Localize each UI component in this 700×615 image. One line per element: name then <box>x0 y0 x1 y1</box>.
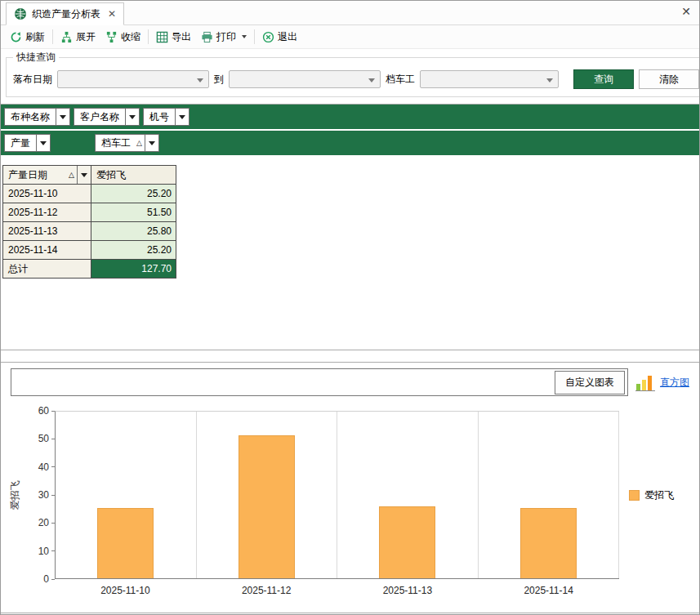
toolbar-separator <box>148 29 149 44</box>
category-slot <box>197 412 338 578</box>
toolbar-separator <box>254 29 255 44</box>
y-tick: 50 <box>38 433 55 444</box>
exit-button[interactable]: 退出 <box>257 28 302 47</box>
chart-plot <box>55 411 619 579</box>
dropdown-icon[interactable] <box>77 166 91 184</box>
filter-field-machine-no[interactable]: 机号 <box>143 108 189 126</box>
y-tick: 30 <box>38 489 55 501</box>
dropdown-icon[interactable] <box>145 135 158 151</box>
pivot-date-cell: 2025-11-14 <box>3 241 91 260</box>
pivot-value-cell: 25.80 <box>91 222 176 241</box>
collapse-button[interactable]: 收缩 <box>100 28 145 47</box>
filter-field-fabric-type[interactable]: 布种名称 <box>4 108 70 126</box>
pivot-value-cell: 51.50 <box>91 203 176 222</box>
pivot-grid: 布种名称 客户名称 机号 产量 档车工 △ <box>1 104 699 350</box>
sort-asc-icon: △ <box>66 166 77 184</box>
y-tick: 10 <box>38 546 55 557</box>
to-label: 到 <box>214 73 224 87</box>
chart-toolbar: 自定义图表 直方图 <box>11 368 689 396</box>
category-slot <box>56 412 197 578</box>
y-tick: 40 <box>38 461 55 473</box>
export-button[interactable]: 导出 <box>151 28 196 47</box>
dropdown-icon[interactable] <box>56 109 69 125</box>
refresh-icon <box>10 31 22 43</box>
table-row: 2025-11-12 51.50 <box>3 203 176 222</box>
pivot-date-cell: 2025-11-13 <box>3 222 91 241</box>
expand-icon <box>60 31 73 43</box>
table-row: 2025-11-14 25.20 <box>3 241 176 260</box>
y-axis-title: 爱招飞 <box>7 411 22 579</box>
toolbar-separator <box>52 29 53 44</box>
operator-combo[interactable] <box>420 70 559 88</box>
y-tick: 20 <box>38 517 55 528</box>
chart-panel: 自定义图表 直方图 爱招飞 0102030405060 爱招飞 2025-11-… <box>1 362 699 613</box>
bar <box>520 508 577 578</box>
total-value-cell: 127.70 <box>91 260 176 279</box>
drop-date-label: 落布日期 <box>13 73 52 87</box>
x-axis-label: 2025-11-10 <box>55 585 196 596</box>
column-field-operator[interactable]: 档车工 △ <box>95 134 159 152</box>
dropdown-icon[interactable] <box>36 135 50 151</box>
clear-button[interactable]: 清除 <box>639 69 699 89</box>
pivot-value-cell: 25.20 <box>91 241 176 260</box>
refresh-button[interactable]: 刷新 <box>5 28 50 47</box>
dropdown-icon[interactable] <box>175 109 189 125</box>
report-icon <box>14 7 27 20</box>
quick-query-group: 快捷查询 落布日期 到 档车工 查询 清除 <box>6 51 700 97</box>
bar <box>239 435 295 578</box>
chart-toolbar-frame: 自定义图表 <box>11 368 628 396</box>
collapse-icon <box>105 31 118 43</box>
exit-icon <box>262 31 274 43</box>
chevron-down-icon[interactable] <box>242 35 247 38</box>
pivot-header-row: 产量日期 △ 爱招飞 <box>3 166 176 185</box>
expand-button[interactable]: 展开 <box>56 28 100 47</box>
legend-swatch <box>629 490 640 501</box>
tab-bar: 织造产量分析表 ✕ ✕ <box>1 1 699 25</box>
y-axis: 0102030405060 <box>22 411 55 579</box>
bar <box>97 508 154 578</box>
x-axis-label: 2025-11-12 <box>196 585 337 596</box>
total-label-cell: 总计 <box>3 260 91 279</box>
export-icon <box>156 31 168 43</box>
y-tick: 60 <box>38 405 55 417</box>
row-field-output-date[interactable]: 产量日期 △ <box>3 166 91 185</box>
chart-legend: 爱招飞 <box>619 488 693 502</box>
pivot-filter-area: 布种名称 客户名称 机号 <box>1 105 699 129</box>
chevron-down-icon <box>197 78 203 82</box>
y-tick: 0 <box>43 573 55 585</box>
histogram-link[interactable]: 直方图 <box>660 376 689 390</box>
pivot-date-cell: 2025-11-10 <box>3 185 91 203</box>
start-date-combo[interactable] <box>57 70 209 88</box>
column-header-cell: 爱招飞 <box>91 166 176 185</box>
table-row: 2025-11-10 25.20 <box>3 185 176 203</box>
tab-close-icon[interactable]: ✕ <box>108 8 116 20</box>
histogram-icon[interactable] <box>635 372 656 392</box>
bar-chart: 爱招飞 0102030405060 爱招飞 <box>7 411 693 579</box>
custom-chart-button[interactable]: 自定义图表 <box>555 371 625 394</box>
pivot-header-area: 产量 档车工 △ <box>1 131 699 155</box>
x-axis-label: 2025-11-14 <box>478 585 619 596</box>
window-close-icon[interactable]: ✕ <box>681 5 691 18</box>
dropdown-icon[interactable] <box>125 109 139 125</box>
data-field-output[interactable]: 产量 <box>4 134 51 152</box>
sort-asc-icon: △ <box>136 135 145 151</box>
x-axis-labels: 2025-11-102025-11-122025-11-132025-11-14 <box>55 585 619 596</box>
quick-query-title: 快捷查询 <box>13 51 59 65</box>
category-slot <box>337 412 479 578</box>
bar <box>379 506 435 578</box>
pivot-table: 产量日期 △ 爱招飞 2025-11-10 25.20 2025-11-12 5… <box>2 165 176 279</box>
print-button[interactable]: 打印 <box>196 28 252 47</box>
query-button[interactable]: 查询 <box>573 69 634 89</box>
end-date-combo[interactable] <box>229 70 381 88</box>
pivot-date-cell: 2025-11-12 <box>3 203 91 222</box>
tab-weaving-analysis[interactable]: 织造产量分析表 ✕ <box>6 2 124 25</box>
chevron-down-icon <box>368 78 375 82</box>
operator-label: 档车工 <box>386 73 415 87</box>
filter-field-customer-name[interactable]: 客户名称 <box>74 108 140 126</box>
pivot-total-row: 总计 127.70 <box>3 260 176 279</box>
chevron-down-icon <box>546 78 553 82</box>
pivot-value-cell: 25.20 <box>91 185 176 203</box>
legend-label: 爱招飞 <box>644 488 674 502</box>
main-toolbar: 刷新 展开 收缩 导出 打印 <box>1 25 699 49</box>
table-row: 2025-11-13 25.80 <box>3 222 176 241</box>
